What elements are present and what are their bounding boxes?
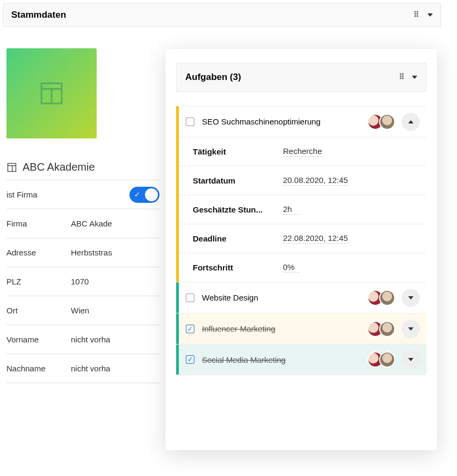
task-details: Tätigkeit Recherche Startdatum 20.08.202…	[176, 137, 426, 282]
field-value[interactable]: ABC Akade	[71, 219, 112, 228]
field-value[interactable]: nicht vorha	[71, 335, 110, 344]
chevron-up-icon	[408, 120, 414, 123]
field-row-adresse: Adresse Herbststras	[6, 238, 159, 267]
ist-firma-toggle[interactable]: ✓	[129, 187, 159, 203]
task-title[interactable]: SEO Suchmaschinenoptimierung	[202, 117, 367, 126]
svg-rect-3	[8, 163, 16, 171]
field-row-firma: Firma ABC Akade	[6, 209, 159, 238]
task-row: ✓ Social Media Marketing	[176, 344, 426, 375]
task-checkbox[interactable]: ✓	[186, 325, 194, 333]
drag-icon[interactable]	[414, 12, 420, 18]
field-row-ort: Ort Wien	[6, 296, 159, 325]
aufgaben-header: Aufgaben (3)	[176, 63, 426, 92]
priority-stripe	[176, 313, 179, 344]
chevron-down-icon	[408, 327, 414, 331]
field-label: Firma	[6, 219, 71, 228]
detail-row: Tätigkeit Recherche	[179, 137, 426, 166]
detail-row: Deadline 22.08.2020, 12:45	[179, 224, 426, 253]
tasks-list: SEO Suchmaschinenoptimierung Tätigkeit R…	[176, 106, 426, 375]
avatar	[379, 351, 395, 368]
field-row-ist-firma: ist Firma ✓	[6, 180, 159, 209]
task-title[interactable]: Social Media Marketing	[202, 355, 367, 364]
detail-row: Fortschritt 0%	[179, 253, 426, 282]
chevron-down-icon	[408, 358, 414, 361]
detail-value[interactable]: Recherche	[283, 147, 322, 157]
detail-value[interactable]: 20.08.2020, 12:45	[283, 175, 348, 186]
detail-row: Geschätzte Stun... 2h	[179, 195, 426, 224]
expand-button[interactable]	[402, 350, 420, 369]
task-row: Website Design	[176, 282, 426, 313]
header-title: Stammdaten	[11, 10, 66, 20]
assignee-avatars[interactable]	[367, 290, 395, 306]
field-value[interactable]: nicht vorha	[71, 364, 110, 373]
stammdaten-header: Stammdaten	[3, 3, 441, 27]
panel-title: Aufgaben (3)	[185, 72, 241, 83]
aufgaben-panel: Aufgaben (3) SEO Suchmaschinenoptimierun…	[165, 49, 437, 450]
field-value[interactable]: Wien	[71, 306, 89, 315]
expand-button[interactable]	[402, 320, 420, 338]
company-name-row: ABC Akademie	[6, 161, 159, 180]
avatar	[379, 114, 395, 130]
field-label: ist Firma	[6, 190, 71, 199]
field-label: Vorname	[6, 335, 71, 344]
field-row-plz: PLZ 1070	[6, 267, 159, 296]
chevron-down-icon[interactable]	[427, 13, 433, 17]
detail-row: Startdatum 20.08.2020, 12:45	[179, 166, 426, 195]
chevron-down-icon	[408, 296, 414, 299]
building-icon	[6, 162, 17, 173]
field-value[interactable]: 1070	[71, 277, 89, 286]
detail-label: Startdatum	[193, 176, 283, 185]
assignee-avatars[interactable]	[367, 351, 395, 368]
check-icon: ✓	[134, 191, 140, 199]
assignee-avatars[interactable]	[367, 321, 395, 337]
field-label: PLZ	[6, 277, 71, 286]
toggle-knob	[145, 188, 158, 201]
company-avatar	[6, 48, 97, 138]
drag-icon[interactable]	[399, 74, 405, 80]
field-label: Ort	[6, 306, 71, 315]
task-row: ✓ Influencer-Marketing	[176, 313, 426, 344]
detail-label: Deadline	[193, 234, 283, 243]
field-row-vorname: Vorname nicht vorha	[6, 325, 159, 354]
field-value[interactable]: Herbststras	[71, 248, 112, 257]
task-checkbox[interactable]	[186, 294, 194, 302]
priority-stripe	[176, 106, 179, 137]
detail-value[interactable]: 2h	[283, 204, 299, 215]
task-title[interactable]: Influencer-Marketing	[202, 324, 367, 333]
field-label: Adresse	[6, 248, 71, 257]
priority-stripe	[176, 282, 179, 313]
task-checkbox[interactable]: ✓	[186, 355, 194, 364]
priority-stripe	[176, 345, 179, 375]
task-row: SEO Suchmaschinenoptimierung	[176, 106, 426, 137]
detail-value[interactable]: 0%	[283, 262, 299, 273]
collapse-button[interactable]	[402, 113, 420, 131]
expand-button[interactable]	[402, 289, 420, 307]
task-checkbox[interactable]	[186, 118, 194, 126]
detail-value[interactable]: 22.08.2020, 12:45	[283, 233, 348, 244]
detail-label: Geschätzte Stun...	[193, 205, 283, 214]
company-name: ABC Akademie	[23, 161, 95, 173]
field-label: Nachname	[6, 364, 71, 373]
chevron-down-icon[interactable]	[412, 76, 417, 79]
avatar	[379, 321, 395, 337]
detail-label: Tätigkeit	[193, 147, 283, 156]
field-row-nachname: Nachname nicht vorha	[6, 354, 159, 383]
assignee-avatars[interactable]	[367, 114, 395, 130]
building-logo-icon	[38, 80, 65, 107]
task-title[interactable]: Website Design	[202, 293, 367, 302]
detail-label: Fortschritt	[193, 263, 283, 272]
avatar	[379, 290, 395, 306]
stammdaten-left-column: ABC Akademie ist Firma ✓ Firma ABC Akade…	[6, 48, 159, 383]
